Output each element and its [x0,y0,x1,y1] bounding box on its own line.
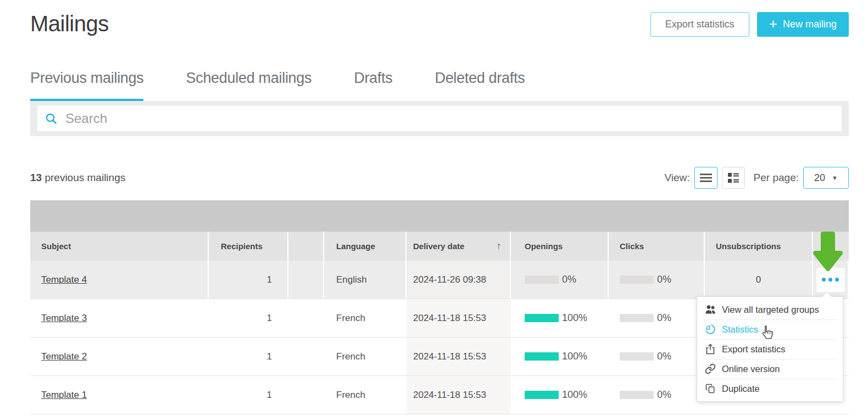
column-header-spacer [288,232,324,261]
tab-deleted-drafts[interactable]: Deleted drafts [435,69,525,101]
card-view-icon [728,173,739,183]
column-header-language[interactable]: Language [324,232,407,261]
list-view-icon [700,173,712,182]
clicks-percent: 0% [657,351,671,362]
table-row: Template 4 1 English 2024-11-26 09:38 0%… [30,261,849,299]
top-bar: Mailings Export statistics + New mailing [30,0,868,37]
mailings-count: 13 previous mailings [30,172,125,184]
delivery-date-value: 2024-11-18 15:53 [407,338,511,375]
clicks-progress-bar [620,276,654,284]
search-icon [45,113,58,125]
openings-progress-bar [525,352,559,361]
mailing-subject-link[interactable]: Template 4 [41,274,87,285]
top-actions: Export statistics + New mailing [650,12,849,37]
per-page-select[interactable]: 20 ▼ [803,167,849,189]
recipients-value: 1 [209,261,288,299]
export-icon [705,344,716,355]
clicks-percent: 0% [657,312,671,324]
clicks-cell: 0% [609,299,705,337]
chevron-down-icon: ▼ [832,175,838,181]
green-down-arrow-annotation [811,231,844,272]
search-box [37,106,842,131]
duplicate-icon [705,383,716,394]
clicks-progress-bar [620,314,654,322]
openings-cell: 100% [511,299,609,337]
search-input[interactable] [65,111,834,126]
export-statistics-button[interactable]: Export statistics [650,12,749,37]
list-view-button[interactable] [694,167,717,189]
clicks-percent: 0% [657,274,671,285]
openings-percent: 100% [562,389,587,401]
search-band [30,101,849,136]
openings-cell: 0% [511,261,609,299]
openings-progress-bar [525,314,559,322]
menu-item-duplicate[interactable]: Duplicate [697,379,843,398]
count-number: 13 [30,172,42,183]
column-header-recipients[interactable]: Recipients [209,232,288,261]
tab-drafts[interactable]: Drafts [354,69,392,101]
clicks-progress-bar [620,391,654,399]
tab-bar: Previous mailings Scheduled mailings Dra… [30,69,868,101]
card-view-button[interactable] [722,167,745,189]
column-header-clicks[interactable]: Clicks [609,232,705,261]
openings-cell: 100% [511,376,609,414]
column-header-subject[interactable]: Subject [30,232,209,261]
sort-ascending-icon[interactable]: ↑ [497,241,502,252]
new-mailing-button[interactable]: + New mailing [757,12,849,37]
mailing-subject-link[interactable]: Template 3 [41,313,87,324]
menu-item-export-statistics[interactable]: Export statistics [697,339,843,359]
openings-cell: 100% [511,338,609,375]
delivery-date-value: 2024-11-18 15:53 [407,376,511,414]
column-header-unsubscriptions[interactable]: Unsubscriptions [705,232,813,261]
column-header-openings[interactable]: Openings [511,232,609,261]
openings-percent: 100% [562,312,587,324]
table-header-row: Subject Recipients Language Delivery dat… [30,232,849,261]
openings-percent: 0% [562,274,576,285]
menu-item-online-version[interactable]: Online version [697,359,843,379]
clicks-cell: 0% [609,338,705,375]
recipients-value: 1 [209,338,288,375]
language-value: English [324,261,407,299]
per-page-value: 20 [814,172,825,184]
column-header-delivery-date[interactable]: Delivery date ↑ [407,232,511,261]
recipients-value: 1 [209,299,288,337]
language-value: French [324,299,407,337]
dots-icon [822,278,826,282]
per-page-label: Per page: [754,172,799,184]
mailing-subject-link[interactable]: Template 1 [41,390,87,401]
list-controls: 13 previous mailings View: [30,167,849,189]
mailing-subject-link[interactable]: Template 2 [41,351,87,362]
menu-item-view-targeted-groups[interactable]: View all targeted groups [697,300,843,319]
language-value: French [324,338,407,375]
hand-cursor-icon [760,325,774,341]
clicks-progress-bar [620,352,654,361]
page-title: Mailings [30,10,109,37]
count-label: previous mailings [44,172,125,183]
pie-chart-icon [705,324,716,335]
openings-percent: 100% [562,351,587,362]
controls-right: View: Per page: [664,167,849,189]
delivery-date-value: 2024-11-18 15:53 [407,299,511,337]
openings-progress-bar [525,391,559,399]
openings-progress-bar [525,276,559,284]
plus-icon: + [769,16,777,31]
unsubscriptions-value: 0 [705,261,813,299]
clicks-cell: 0% [609,376,705,414]
table-top-band [30,200,849,232]
clicks-percent: 0% [657,389,671,401]
recipients-value: 1 [209,376,288,414]
view-label: View: [664,172,689,184]
mailings-page: Mailings Export statistics + New mailing… [0,0,868,416]
language-value: French [324,376,407,414]
clicks-cell: 0% [609,261,705,299]
row-actions-menu: View all targeted groups Statistics Expo… [697,296,843,402]
delivery-date-value: 2024-11-26 09:38 [407,261,511,299]
tab-previous-mailings[interactable]: Previous mailings [30,69,143,101]
link-icon [705,363,716,374]
new-mailing-label: New mailing [783,19,837,30]
people-icon [705,305,716,314]
tab-scheduled-mailings[interactable]: Scheduled mailings [186,69,311,101]
